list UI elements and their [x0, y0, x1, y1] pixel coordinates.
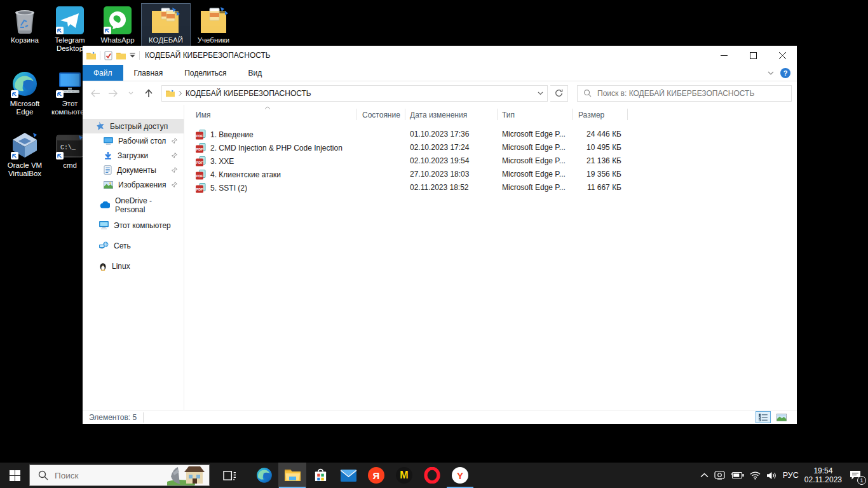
taskbar-opera-button[interactable]: [418, 463, 446, 488]
desktop-icon-whatsapp[interactable]: WhatsApp: [93, 5, 142, 44]
pdf-file-icon: PDF: [196, 183, 206, 193]
sidebar-item-label: Этот компьютер: [114, 221, 171, 230]
divider: [100, 51, 100, 60]
column-divider[interactable]: [405, 109, 405, 120]
desktop-icon-kodebay[interactable]: КОДЕБАЙ: [142, 4, 190, 46]
column-header-name[interactable]: Имя: [196, 111, 210, 119]
file-row[interactable]: PDF3. XXE 02.10.2023 19:54 Microsoft Edg…: [184, 155, 797, 168]
volume-icon[interactable]: [766, 471, 777, 480]
explorer-search-box[interactable]: [577, 85, 792, 102]
taskbar-store-button[interactable]: [306, 463, 334, 488]
shortcut-arrow-icon: [11, 152, 18, 159]
desktop-icon-label: Oracle VM VirtualBox: [1, 161, 49, 178]
taskbar: Я M Y РУС 19:54 02.11.2023 1: [0, 463, 868, 488]
thumbnail-view-button[interactable]: [774, 411, 789, 423]
taskbar-mail-button[interactable]: [334, 463, 362, 488]
column-divider[interactable]: [572, 109, 573, 120]
qat-customize-button[interactable]: [130, 53, 135, 58]
sidebar-item-label: Linux: [112, 262, 130, 271]
search-highlight-image[interactable]: [167, 464, 209, 485]
file-row[interactable]: PDF1. Введение 01.10.2023 17:36 Microsof…: [184, 128, 797, 142]
taskbar-explorer-button[interactable]: [278, 463, 306, 488]
desktop-icon-virtualbox[interactable]: Oracle VM VirtualBox: [1, 130, 49, 178]
properties-button[interactable]: [104, 51, 112, 60]
task-view-button[interactable]: [217, 463, 241, 488]
sidebar-item-downloads[interactable]: Загрузки: [83, 148, 184, 163]
recent-locations-button[interactable]: [123, 86, 139, 101]
linux-penguin-icon: [99, 262, 107, 271]
forward-button[interactable]: [105, 86, 121, 101]
address-bar[interactable]: КОДЕБАЙ КИБЕРБЕЗОПАСНОСТЬ: [161, 85, 548, 102]
taskbar-search-box[interactable]: [29, 464, 210, 486]
details-view-button[interactable]: [756, 411, 771, 423]
cast-display-icon[interactable]: [714, 471, 725, 480]
document-icon: [104, 165, 112, 175]
column-header-type[interactable]: Тип: [502, 111, 515, 119]
search-input[interactable]: [597, 89, 785, 98]
telegram-icon: [55, 5, 85, 34]
tray-expand-icon[interactable]: [700, 473, 709, 478]
tab-view[interactable]: Вид: [237, 65, 273, 81]
address-dropdown-icon[interactable]: [538, 92, 543, 95]
sidebar-item-documents[interactable]: Документы: [83, 163, 184, 177]
sidebar-item-desktop[interactable]: Рабочий стол: [83, 133, 184, 148]
taskbar-edge-button[interactable]: [250, 463, 278, 488]
column-header-modified[interactable]: Дата изменения: [410, 111, 467, 119]
cmd-icon: C:\_: [55, 130, 85, 159]
title-bar[interactable]: КОДЕБАЙ КИБЕРБЕЗОПАСНОСТЬ: [83, 46, 797, 65]
shortcut-arrow-icon: [104, 27, 111, 34]
sidebar-item-onedrive[interactable]: OneDrive - Personal: [83, 198, 184, 212]
minimize-button[interactable]: [709, 46, 738, 65]
close-button[interactable]: [768, 46, 797, 65]
clock[interactable]: 19:54 02.11.2023: [804, 466, 842, 484]
tab-share[interactable]: Поделиться: [173, 65, 237, 81]
file-row[interactable]: PDF4. Клиентские атаки 27.10.2023 18:03 …: [184, 168, 797, 182]
back-button[interactable]: [88, 86, 103, 101]
desktop-icon-edge[interactable]: Microsoft Edge: [1, 69, 49, 116]
view-toggles: [756, 411, 790, 423]
action-center-button[interactable]: 1: [848, 468, 863, 483]
download-arrow-icon: [104, 151, 112, 160]
sidebar-item-this-pc[interactable]: Этот компьютер: [83, 218, 184, 233]
taskbar-yandex-browser-button[interactable]: Y: [446, 463, 474, 488]
language-indicator[interactable]: РУС: [783, 471, 799, 480]
new-folder-button[interactable]: [116, 51, 126, 60]
start-button[interactable]: [0, 463, 29, 488]
help-button[interactable]: ?: [780, 68, 790, 78]
desktop-icon-label: Корзина: [1, 36, 49, 44]
computer-icon: [99, 221, 109, 229]
tab-file[interactable]: Файл: [83, 65, 123, 81]
tab-home[interactable]: Главная: [123, 65, 174, 81]
file-row[interactable]: PDF2. CMD Injection & PHP Code Injection…: [184, 142, 797, 155]
sidebar-item-pictures[interactable]: Изображения: [83, 177, 184, 192]
taskbar-m-browser-button[interactable]: M: [390, 463, 418, 488]
desktop-icon-uchebniki[interactable]: Учебники: [189, 5, 238, 44]
divider: [139, 51, 140, 60]
sidebar-item-network[interactable]: Сеть: [83, 238, 184, 253]
desktop-icon-recycle-bin[interactable]: Корзина: [1, 5, 49, 44]
taskbar-yandex-button[interactable]: Я: [362, 463, 390, 488]
ribbon-tabs: Файл Главная Поделиться Вид ?: [83, 65, 797, 81]
column-header-status[interactable]: Состояние: [362, 111, 400, 119]
opera-icon: [424, 467, 440, 484]
battery-icon[interactable]: [731, 471, 744, 479]
breadcrumb[interactable]: КОДЕБАЙ КИБЕРБЕЗОПАСНОСТЬ: [186, 89, 311, 98]
sidebar-item-linux[interactable]: Linux: [83, 259, 184, 273]
sort-ascending-icon: [264, 106, 271, 109]
up-button[interactable]: [141, 86, 156, 101]
maximize-button[interactable]: [738, 46, 768, 65]
sidebar-item-quick-access[interactable]: Быстрый доступ: [83, 119, 184, 133]
network-icon: [99, 241, 109, 250]
column-divider[interactable]: [627, 109, 628, 120]
status-bar: Элементов: 5: [83, 410, 797, 424]
column-header-size[interactable]: Размер: [578, 111, 604, 119]
taskbar-search-input[interactable]: [55, 471, 137, 480]
file-row[interactable]: PDF5. SSTI (2) 02.11.2023 18:52 Microsof…: [184, 182, 797, 195]
svg-text:PDF: PDF: [196, 187, 203, 191]
column-divider[interactable]: [497, 109, 498, 120]
refresh-button[interactable]: [550, 85, 568, 102]
wifi-icon[interactable]: [750, 471, 761, 480]
explorer-window: КОДЕБАЙ КИБЕРБЕЗОПАСНОСТЬ Файл Главная П…: [83, 46, 797, 424]
ribbon-expand-icon[interactable]: [768, 71, 774, 75]
column-divider[interactable]: [356, 109, 356, 120]
